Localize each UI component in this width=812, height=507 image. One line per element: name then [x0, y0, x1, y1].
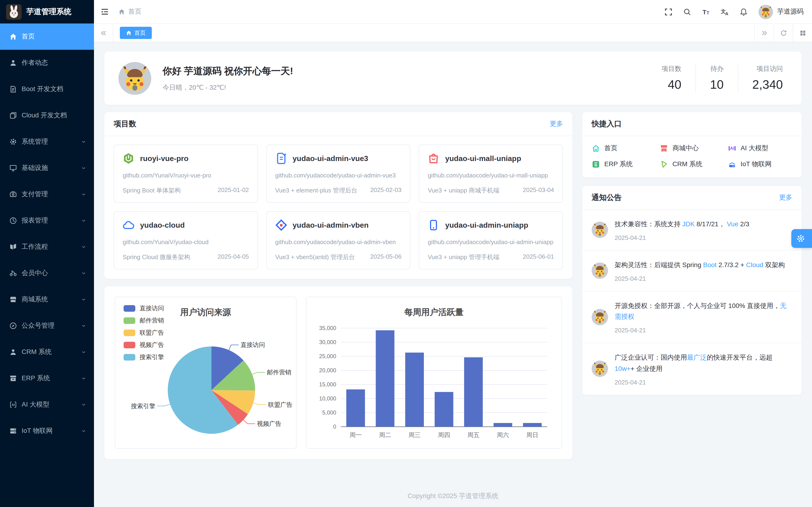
- quick-entry-header: 快捷入口: [582, 112, 802, 136]
- font-size-icon[interactable]: TT: [702, 8, 710, 16]
- language-icon[interactable]: 文A: [721, 8, 729, 16]
- breadcrumb[interactable]: 首页: [118, 7, 142, 16]
- quick-entry-item[interactable]: AI AI 大模型: [728, 144, 792, 153]
- app-logo[interactable]: 芋道管理系统: [0, 0, 94, 23]
- notice-item[interactable]: 广泛企业认可：国内使用最广泛的快速开发平台，远超 10w++ 企业使用 2025…: [582, 343, 802, 395]
- project-url: github.com/YunaiV/ruoyi-vue-pro: [123, 171, 249, 180]
- project-icon: [275, 153, 287, 164]
- project-name: yudao-ui-admin-vue3: [293, 154, 368, 163]
- sidebar: 芋道管理系统 首页 作者动态 Boot 开发文档: [0, 0, 94, 507]
- notice-item[interactable]: 开源免授权：全部开源，个人与企业可 100% 直接使用，无需授权 2025-04…: [582, 291, 802, 343]
- legend-label: 视频广告: [140, 341, 164, 349]
- quick-entry-item[interactable]: 商城中心: [660, 144, 724, 153]
- notice-text: 广泛企业认可：国内使用最广泛的快速开发平台，远超 10w++ 企业使用: [615, 352, 792, 374]
- project-card[interactable]: yudao-cloud github.com/YunaiV/yudao-clou…: [114, 211, 258, 270]
- sidebar-item[interactable]: Boot 开发文档: [0, 76, 94, 102]
- project-desc: Vue3 + uniapp 管理手机端: [428, 253, 500, 262]
- sidebar-item[interactable]: AI AI 大模型: [0, 392, 94, 418]
- project-card[interactable]: yudao-ui-admin-vben github.com/yudaocode…: [266, 211, 410, 270]
- theme-settings-button[interactable]: [791, 229, 812, 248]
- notice-body: 架构灵活性：后端提供 Spring Boot 2.7/3.2 + Cloud 双…: [615, 260, 792, 282]
- tab-options-button[interactable]: [793, 24, 812, 42]
- project-footer: Vue3 + element-plus 管理后台 2025-02-03: [275, 186, 401, 195]
- projects-more-link[interactable]: 更多: [550, 120, 563, 128]
- notice-date: 2025-04-21: [615, 275, 792, 282]
- sidebar-item[interactable]: CRM 系统: [0, 339, 94, 365]
- sidebar-item[interactable]: 首页: [0, 23, 94, 50]
- sidebar-item-label: 商城系统: [21, 295, 76, 304]
- tabbar-spacer: [152, 24, 754, 42]
- svg-text:5,000: 5,000: [322, 409, 336, 416]
- notice-text: 技术兼容性：系统支持 JDK 8/17/21， Vue 2/3: [615, 219, 792, 230]
- svg-text:A: A: [725, 11, 728, 16]
- svg-text:周二: 周二: [379, 432, 391, 438]
- project-date: 2025-06-01: [523, 253, 554, 262]
- legend-item[interactable]: 邮件营销: [123, 317, 164, 325]
- welcome-weather: 今日晴，20℃ - 32℃!: [163, 83, 293, 92]
- project-card[interactable]: yudao-ui-mall-uniapp github.com/yudaocod…: [419, 145, 563, 203]
- fullscreen-icon[interactable]: [664, 8, 672, 16]
- stat-item: 待办 10: [696, 64, 738, 92]
- project-name: ruoyi-vue-pro: [140, 154, 189, 163]
- legend-label: 直接访问: [140, 304, 164, 313]
- notice-item[interactable]: 技术兼容性：系统支持 JDK 8/17/21， Vue 2/3 2025-04-…: [582, 210, 802, 250]
- project-card-header: yudao-ui-mall-uniapp: [428, 153, 554, 164]
- legend-swatch: [123, 330, 135, 336]
- quick-entry-item[interactable]: 首页: [592, 144, 656, 153]
- tab-home[interactable]: 首页: [120, 27, 152, 39]
- notification-bell-icon[interactable]: [740, 8, 748, 16]
- sidebar-item[interactable]: 基础设施: [0, 155, 94, 181]
- notice-avatar: [592, 263, 608, 279]
- legend-item[interactable]: 搜索引擎: [123, 353, 164, 362]
- legend-item[interactable]: 直接访问: [123, 304, 164, 313]
- sidebar-item[interactable]: IoT 物联网: [0, 418, 94, 444]
- collapse-sidebar-icon[interactable]: [101, 7, 109, 16]
- sidebar-item-icon: [9, 322, 17, 330]
- chevron-down-icon: [81, 270, 87, 276]
- sidebar-item[interactable]: 支付管理: [0, 181, 94, 208]
- scroll-tabs-left-button[interactable]: [94, 24, 113, 42]
- welcome-card: 你好 芋道源码 祝你开心每一天! 今日晴，20℃ - 32℃! 项目数 40: [104, 52, 802, 105]
- sidebar-item-icon: [9, 33, 17, 40]
- sidebar-item-label: AI 大模型: [21, 400, 76, 409]
- user-name: 芋道源码: [777, 7, 804, 16]
- scroll-tabs-right-button[interactable]: [754, 24, 773, 42]
- quick-entry-icon: [660, 160, 668, 169]
- quick-entry-item[interactable]: CRM 系统: [660, 160, 724, 169]
- sidebar-item[interactable]: 系统管理: [0, 129, 94, 155]
- sidebar-item[interactable]: 商城系统: [0, 286, 94, 313]
- search-icon[interactable]: [683, 8, 691, 16]
- notice-item[interactable]: 架构灵活性：后端提供 Spring Boot 2.7/3.2 + Cloud 双…: [582, 250, 802, 291]
- quick-entry-item[interactable]: IoT 物联网: [728, 160, 792, 169]
- quick-entry-item[interactable]: ERP 系统: [592, 160, 656, 169]
- stat-item: 项目访问 2,340: [738, 64, 783, 92]
- legend-item[interactable]: 联盟广告: [123, 329, 164, 337]
- legend-swatch: [123, 305, 135, 312]
- refresh-tab-button[interactable]: [773, 24, 793, 42]
- sidebar-item[interactable]: 公众号管理: [0, 313, 94, 339]
- user-menu[interactable]: 芋道源码: [758, 4, 804, 19]
- project-desc: Spring Boot 单体架构: [123, 186, 181, 195]
- sidebar-item[interactable]: ERP 系统: [0, 365, 94, 392]
- sidebar-item[interactable]: 工作流程: [0, 234, 94, 260]
- welcome-text: 你好 芋道源码 祝你开心每一天! 今日晴，20℃ - 32℃!: [163, 64, 293, 92]
- welcome-stats: 项目数 40 待办 10 项目访问 2,340: [648, 64, 783, 92]
- sidebar-item[interactable]: Cloud 开发文档: [0, 102, 94, 129]
- legend-item[interactable]: 视频广告: [123, 341, 164, 349]
- sidebar-item-label: ERP 系统: [21, 374, 76, 383]
- stat-item: 项目数 40: [648, 64, 696, 92]
- main-shell: 首页 TT 文A 芋道源码 首页: [94, 0, 812, 507]
- projects-panel-header: 项目数 更多: [104, 112, 572, 136]
- sidebar-item[interactable]: 会员中心: [0, 260, 94, 286]
- svg-text:T: T: [703, 8, 706, 15]
- sidebar-item[interactable]: 报表管理: [0, 208, 94, 234]
- notices-more-link[interactable]: 更多: [779, 193, 792, 202]
- project-card[interactable]: yudao-ui-admin-uniapp github.com/yudaoco…: [419, 211, 563, 270]
- user-avatar: [758, 4, 773, 19]
- sidebar-item-icon: [9, 427, 17, 435]
- project-card[interactable]: ruoyi-vue-pro github.com/YunaiV/ruoyi-vu…: [114, 145, 258, 203]
- project-card[interactable]: yudao-ui-admin-vue3 github.com/yudaocode…: [266, 145, 410, 203]
- sidebar-item[interactable]: 作者动态: [0, 50, 94, 76]
- project-icon: [275, 219, 287, 231]
- sidebar-item-label: 基础设施: [21, 164, 76, 172]
